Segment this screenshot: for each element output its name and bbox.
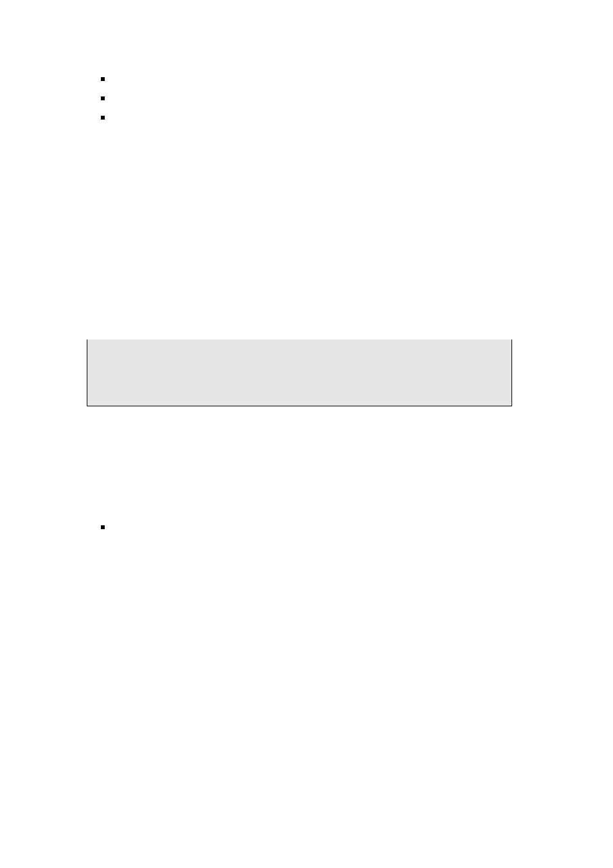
highlighted-block: [87, 339, 512, 406]
bullet-icon: [101, 525, 105, 529]
bullet-icon: [101, 77, 105, 81]
bullet-icon: [101, 116, 105, 120]
bullet-icon: [101, 96, 105, 100]
bullet-list-top: [101, 77, 105, 135]
